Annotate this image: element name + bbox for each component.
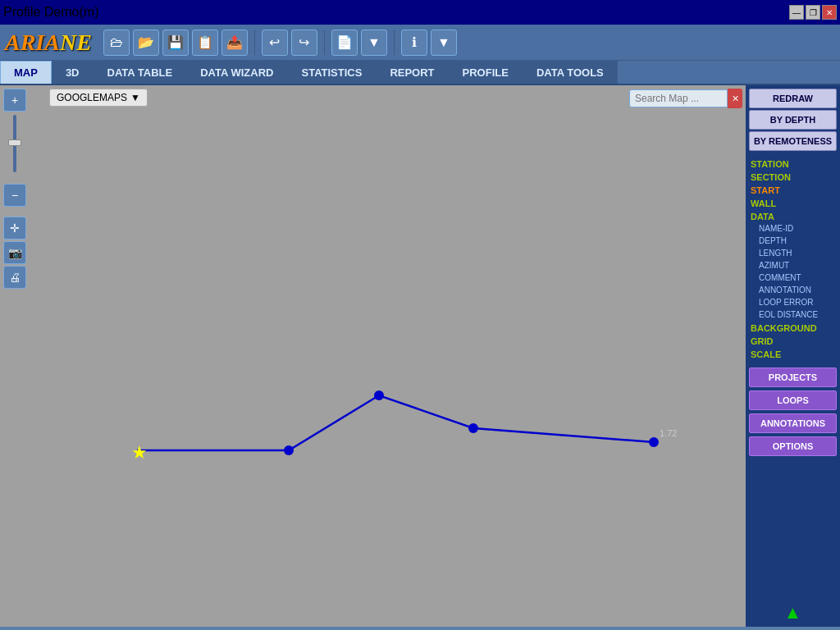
app-logo: ARIANE <box>5 30 92 56</box>
map-canvas: ★ 1.72 <box>0 85 746 627</box>
tree-grid[interactable]: GRID <box>749 335 837 346</box>
distance-label: 1.72 <box>660 428 677 438</box>
map-area[interactable]: + − ✛ 📷 🖨 GOOGLEMAPS ▼ ✕ <box>0 85 746 627</box>
search-box: ✕ <box>629 89 742 108</box>
tree-start[interactable]: START <box>749 184 837 195</box>
tree-annotation[interactable]: ANNOTATION <box>749 285 837 295</box>
map-provider-dropdown[interactable]: GOOGLEMAPS ▼ <box>49 89 148 107</box>
tree-loop-error[interactable]: LOOP ERROR <box>749 297 837 308</box>
tree-comment[interactable]: COMMENT <box>749 272 837 283</box>
search-input[interactable] <box>629 89 728 107</box>
tree-azimut[interactable]: AZIMUT <box>749 260 837 271</box>
waypoint-3[interactable] <box>468 423 478 433</box>
tree-section[interactable]: SECTION <box>749 171 837 182</box>
toolbar: ARIANE 🗁 📂 💾 📋 📤 ↩ ↪ 📄 ▼ ℹ ▼ <box>0 25 840 61</box>
separator-1 <box>254 30 255 55</box>
zoom-in-button[interactable]: + <box>3 89 26 112</box>
tab-profile[interactable]: PROFILE <box>449 61 523 84</box>
titlebar-title: Profile Demo(m) <box>3 5 98 20</box>
save-icon[interactable]: 💾 <box>162 30 189 56</box>
titlebar-controls: — ❐ ✕ <box>789 5 837 20</box>
tree-data[interactable]: DATA <box>749 210 837 221</box>
tab-data-table[interactable]: DATA TABLE <box>94 61 187 84</box>
separator-3 <box>394 30 395 55</box>
tab-data-wizard[interactable]: DATA WIZARD <box>186 61 287 84</box>
camera-button[interactable]: 📷 <box>3 241 26 264</box>
tree-station[interactable]: STATION <box>749 158 837 169</box>
redo-icon[interactable]: ↪ <box>291 30 317 56</box>
loops-button[interactable]: LOOPS <box>749 390 837 410</box>
open-file-icon[interactable]: 📂 <box>133 30 159 56</box>
print-button[interactable]: 🖨 <box>3 266 26 289</box>
by-depth-button[interactable]: BY DEPTH <box>749 110 837 130</box>
close-button[interactable]: ✕ <box>822 5 837 20</box>
annotations-button[interactable]: ANNOTATIONS <box>749 413 837 433</box>
info-dropdown-icon[interactable]: ▼ <box>431 30 457 56</box>
map-provider-label: GOOGLEMAPS <box>57 92 127 103</box>
minimize-button[interactable]: — <box>789 5 804 20</box>
redraw-button[interactable]: REDRAW <box>749 89 837 108</box>
options-button[interactable]: OPTIONS <box>749 436 837 456</box>
waypoint-4[interactable] <box>649 437 659 447</box>
up-arrow-icon[interactable]: ▲ <box>784 602 802 623</box>
map-provider-button[interactable]: GOOGLEMAPS ▼ <box>49 89 148 107</box>
zoom-slider-track[interactable] <box>13 115 16 172</box>
open-folder-icon[interactable]: 🗁 <box>103 30 130 56</box>
titlebar: Profile Demo(m) — ❐ ✕ <box>0 0 840 25</box>
tab-map[interactable]: MAP <box>0 61 52 84</box>
start-marker: ★ <box>131 442 148 463</box>
tab-data-tools[interactable]: DATA TOOLS <box>523 61 618 84</box>
tree-depth[interactable]: DEPTH <box>749 235 837 246</box>
dropdown-arrow-icon[interactable]: ▼ <box>361 30 387 56</box>
waypoint-2[interactable] <box>374 390 384 400</box>
by-remoteness-button[interactable]: BY REMOTENESS <box>749 131 837 151</box>
svg-rect-0 <box>10 85 736 627</box>
tree-wall[interactable]: WALL <box>749 197 837 208</box>
separator-2 <box>324 30 325 55</box>
maximize-button[interactable]: ❐ <box>806 5 820 20</box>
projects-button[interactable]: PROJECTS <box>749 368 837 387</box>
export-icon[interactable]: 📤 <box>221 30 248 56</box>
main-content: + − ✛ 📷 🖨 GOOGLEMAPS ▼ ✕ <box>0 85 840 627</box>
tree-name-id[interactable]: NAME-ID <box>749 223 837 234</box>
tree-length[interactable]: LENGTH <box>749 248 837 258</box>
tab-report[interactable]: REPORT <box>376 61 448 84</box>
map-controls: + − ✛ 📷 🖨 <box>3 89 26 289</box>
save-alt-icon[interactable]: 📋 <box>192 30 218 56</box>
zoom-slider-thumb[interactable] <box>8 139 21 146</box>
pan-button[interactable]: ✛ <box>3 217 26 240</box>
undo-icon[interactable]: ↩ <box>262 30 288 56</box>
tab-3d[interactable]: 3D <box>52 61 94 84</box>
right-panel: REDRAW BY DEPTH BY REMOTENESS STATION SE… <box>746 85 840 627</box>
tree-scale[interactable]: SCALE <box>749 348 837 359</box>
search-close-button[interactable]: ✕ <box>728 89 742 108</box>
tab-statistics[interactable]: STATISTICS <box>287 61 376 84</box>
copy-icon[interactable]: 📄 <box>331 30 358 56</box>
tree-background[interactable]: BACKGROUND <box>749 322 837 333</box>
waypoint-1[interactable] <box>284 445 294 455</box>
tab-bar: MAP 3D DATA TABLE DATA WIZARD STATISTICS… <box>0 61 840 85</box>
info-icon[interactable]: ℹ <box>401 30 427 56</box>
tree-eol-distance[interactable]: EOL DISTANCE <box>749 309 837 320</box>
dropdown-chevron-icon: ▼ <box>130 92 140 103</box>
zoom-out-button[interactable]: − <box>3 184 26 207</box>
